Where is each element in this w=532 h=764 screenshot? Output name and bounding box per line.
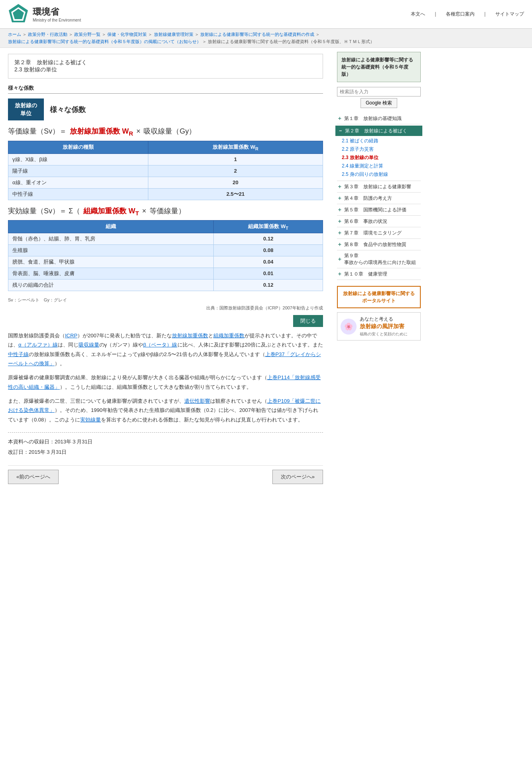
tissue-weight-2: 0.08 [214,244,323,256]
link-p114[interactable]: 上巻P114「放射線感受性の高い組織・臓器」 [8,374,321,390]
nav-contact[interactable]: 各種窓口案内 [446,11,475,18]
sidebar-chapter-7-label: 第７章 環境モニタリング [344,230,402,236]
link-hereditary[interactable]: 遺伝性影響 [184,398,210,404]
bc-home[interactable]: ホーム [8,32,21,37]
bc-policy-list[interactable]: 政策分野一覧 [74,32,100,37]
expand-icon-7: ＋ [337,229,342,236]
expand-icon-8: ＋ [337,241,342,248]
link-beta[interactable]: β（ベータ）線 [143,342,177,348]
unit-label-row: 放射線の 単位 様々な係数 [8,98,323,120]
section-heading: 様々な係数 [8,85,323,94]
sidebar-sub-2-5[interactable]: 2.5 身の回りの放射線 [342,170,421,179]
ad-banner[interactable]: 🌸 あなたと考える 放射線の風評加害 福島の安くと笑顔のために [337,312,421,341]
tissue-5: 残りの組織の合計 [8,279,214,291]
site-title-ja: 環境省 [33,6,81,18]
body-paragraph-3: また、原爆被爆者の二世、三世についても健康影響が調査されていますが、遺伝性影響は… [8,396,323,424]
search-input[interactable] [337,87,421,96]
sidebar-chapter-9-header[interactable]: ＋ 第９章事故からの環境再生に向けた取組 [337,252,421,266]
formula-equivalent-dose: 等価線量（Sv）＝ 放射線加重係数 WR × 吸収線量（Gy） [8,126,323,137]
sidebar-chapter-7-header[interactable]: ＋ 第７章 環境モニタリング [337,229,421,236]
weight-3: 20 [148,177,323,188]
chapter-subtitle: 2.3 放射線の単位 [14,66,317,73]
sidebar-chapter-1-header[interactable]: ＋ 第１章 放射線の基礎知識 [337,115,421,122]
link-icrp[interactable]: ICRP [65,333,77,339]
chapter-box: 第２章 放射線による被ばく 2.3 放射線の単位 [8,54,323,79]
sidebar-chapter-8: ＋ 第８章 食品中の放射性物質 [337,239,421,250]
nav-sitemap[interactable]: サイトマップ [495,11,524,18]
sidebar-sub-2-1[interactable]: 2.1 被ばくの経路 [342,137,421,145]
sidebar-chapter-2-header[interactable]: － 第２章 放射線による被ばく [335,126,422,136]
sidebar-main-box: 放射線による健康影響等に関する統一的な基礎資料（令和５年度版） [337,52,421,82]
date-info: 本資料への収録日：2013年３月31日 改訂日：2015年３月31日 [8,432,323,457]
sidebar-chapter-5-header[interactable]: ＋ 第５章 国際機関による評価 [337,206,421,213]
sidebar-chapter-5-label: 第５章 国際機関による評価 [344,207,406,213]
tissue-weight-5: 0.12 [214,279,323,291]
sidebar-sub-2-2[interactable]: 2.2 原子力災害 [342,145,421,154]
weight-4: 2.5〜21 [148,188,323,200]
prev-page-button[interactable]: «前のページへ [8,470,59,484]
sidebar-chapter-6-header[interactable]: ＋ 第６章 事故の状況 [337,218,421,225]
tissue-weight-3: 0.04 [214,256,323,268]
formula1-mid: × [136,127,141,136]
radiation-type-1: γ線、X線、β線 [8,154,148,165]
formula-effective-dose: 実効線量（Sv）＝ Σ（ 組織加重係数 WT × 等価線量） [8,206,323,217]
sidebar-chapter-3-header[interactable]: ＋ 第３章 放射線による健康影響 [337,183,421,190]
source-note: 出典：国際放射線防護委員会（ICRP）2007年勧告より作成 [8,305,323,311]
pagination: «前のページへ 次のページへ» [8,465,323,488]
expand-icon-9: ＋ [337,256,342,263]
date-recorded: 本資料への収録日：2013年３月31日 [8,437,323,447]
portal-banner[interactable]: 放射線による健康影響等に関するポータルサイト [337,286,421,308]
radiation-type-4: 中性子線 [8,188,148,200]
table-row: 膀胱、食道、肝臓、甲状腺 0.04 [8,256,323,268]
table-row: 骨髄（赤色）、結腸、肺、胃、乳房 0.12 [8,233,323,244]
ad-logo-icon: 🌸 [341,319,357,335]
weight-1: 1 [148,154,323,165]
link-neutron[interactable]: 中性子線 [8,351,29,357]
close-button[interactable]: 閉じる [293,315,323,327]
unit-label-main-text: 様々な係数 [44,105,86,114]
sidebar-chapter-8-header[interactable]: ＋ 第８章 食品中の放射性物質 [337,241,421,248]
bc-health-chem[interactable]: 保健・化学物質対策 [107,32,147,37]
bc-radiation-basic[interactable]: 放射線による健康影響等に関する統一的な基礎資料の作成 [200,32,314,37]
sidebar-chapter-4-label: 第４章 防護の考え方 [344,195,392,202]
sidebar-sub-2-4[interactable]: 2.4 線量測定と計算 [342,162,421,170]
tissue-weight-1: 0.12 [214,233,323,244]
search-button[interactable]: Google 検索 [361,98,397,108]
table1-header-type: 放射線の種類 [8,141,148,154]
sidebar-chapter-10-label: 第１０章 健康管理 [344,271,387,278]
link-tissue-weight[interactable]: 組織加重係数 [213,333,244,339]
bc-radiation-health[interactable]: 放射線健康管理対策 [154,32,193,37]
site-header: 環境省 Ministry of the Environment 本文へ ｜ 各種… [0,0,532,29]
nav-main-text[interactable]: 本文へ [411,11,425,18]
link-absorbed-dose[interactable]: 吸収線量 [79,342,99,348]
site-title-en: Ministry of the Environment [33,18,81,22]
link-p37[interactable]: 上巻P37「グレイからシーベルトへの換算」 [8,351,321,366]
sidebar-sub-2-3[interactable]: 2.3 放射線の単位 [342,154,421,162]
next-page-button[interactable]: 次のページへ» [272,470,323,484]
table-row: 骨表面、脳、唾液腺、皮膚 0.01 [8,268,323,279]
expand-icon-3: ＋ [337,183,342,190]
sidebar-chapter-6-label: 第６章 事故の状況 [344,218,387,225]
sidebar-chapter-2: － 第２章 放射線による被ばく 2.1 被ばくの経路 2.2 原子力災害 2.3… [337,124,421,181]
bc-policy[interactable]: 政策分野・行政活動 [28,32,67,37]
expand-icon-10: ＋ [337,270,342,278]
link-radiation-weight[interactable]: 放射線加重係数 [172,333,208,339]
sidebar-chapter-4-header[interactable]: ＋ 第４章 防護の考え方 [337,195,421,202]
sidebar-chapter-4: ＋ 第４章 防護の考え方 [337,193,421,204]
link-alpha[interactable]: α（アルファ）線 [18,342,58,348]
expand-icon-1: ＋ [337,115,342,122]
link-p109[interactable]: 上巻P109「被爆二世における染色体異常」 [8,398,321,413]
sidebar-chapter-9: ＋ 第９章事故からの環境再生に向けた取組 [337,250,421,268]
tissue-1: 骨髄（赤色）、結腸、肺、胃、乳房 [8,233,214,244]
bc-radiation-notice[interactable]: 放射線による健康影響等に関する統一的な基礎資料（令和５年度版）の掲載について（お… [8,39,201,44]
link-effective-dose2[interactable]: 実効線量 [80,417,101,423]
sidebar-chapter-1-label: 第１章 放射線の基礎知識 [344,115,402,122]
main-container: 第２章 放射線による被ばく 2.3 放射線の単位 様々な係数 放射線の 単位 様… [0,48,532,494]
table-row: 陽子線 2 [8,165,323,177]
tissue-4: 骨表面、脳、唾液腺、皮膚 [8,268,214,279]
formula2-left: 実効線量（Sv）＝ Σ（ [8,206,80,216]
formula2-mid: × [142,207,146,215]
sidebar-chapter-10-header[interactable]: ＋ 第１０章 健康管理 [337,270,421,278]
sidebar-chapter-3-label: 第３章 放射線による健康影響 [344,183,411,190]
tissue-weight-table: 組織 組織加重係数 WT 骨髄（赤色）、結腸、肺、胃、乳房 0.12 生殖腺 0… [8,220,323,291]
